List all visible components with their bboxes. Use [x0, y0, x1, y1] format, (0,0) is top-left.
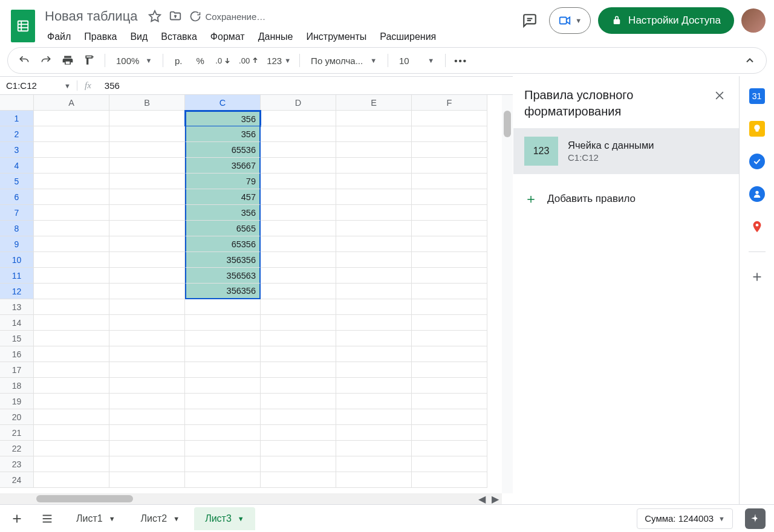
- sheet-tab[interactable]: Лист3▼: [194, 507, 255, 530]
- cell[interactable]: [412, 284, 487, 299]
- cell[interactable]: [336, 441, 412, 456]
- row-header[interactable]: 18: [0, 378, 34, 394]
- cell[interactable]: [109, 299, 185, 315]
- cell[interactable]: [412, 472, 487, 488]
- row-header[interactable]: 24: [0, 472, 34, 488]
- collapse-toolbar-icon[interactable]: [741, 51, 759, 70]
- cell[interactable]: [34, 205, 109, 221]
- format-currency[interactable]: р.: [169, 51, 187, 70]
- cell[interactable]: 35667: [185, 158, 261, 174]
- cell[interactable]: [34, 346, 109, 362]
- cell[interactable]: [336, 472, 412, 488]
- font-size-selector[interactable]: 10▼: [394, 56, 439, 66]
- cell[interactable]: [34, 252, 109, 268]
- cell[interactable]: [261, 331, 336, 346]
- hide-side-panel-icon[interactable]: [751, 513, 763, 525]
- add-sheet-icon[interactable]: [5, 507, 29, 531]
- cell[interactable]: [34, 378, 109, 394]
- comments-icon[interactable]: [518, 8, 542, 33]
- row-header[interactable]: 10: [0, 252, 34, 268]
- cell[interactable]: [336, 378, 412, 394]
- horizontal-scrollbar[interactable]: ◀▶: [0, 493, 502, 504]
- column-header[interactable]: F: [412, 95, 487, 111]
- row-header[interactable]: 21: [0, 425, 34, 441]
- cell[interactable]: [261, 284, 336, 299]
- cell[interactable]: [185, 425, 261, 441]
- cell[interactable]: [261, 252, 336, 268]
- cell[interactable]: [261, 221, 336, 236]
- cell[interactable]: 457: [185, 189, 261, 205]
- sheet-tab[interactable]: Лист2▼: [130, 507, 191, 530]
- cell[interactable]: [185, 456, 261, 472]
- cell[interactable]: [109, 441, 185, 456]
- cell[interactable]: [261, 441, 336, 456]
- cell[interactable]: [336, 142, 412, 158]
- cell[interactable]: [34, 189, 109, 205]
- cell[interactable]: 79: [185, 174, 261, 189]
- cell[interactable]: [412, 409, 487, 425]
- cell[interactable]: [336, 394, 412, 409]
- name-box[interactable]: C1:C12▼: [0, 80, 77, 91]
- menu-insert[interactable]: Вставка: [155, 29, 203, 45]
- cell[interactable]: [185, 409, 261, 425]
- cell[interactable]: [412, 315, 487, 331]
- cell[interactable]: [109, 189, 185, 205]
- cell[interactable]: [336, 331, 412, 346]
- cell[interactable]: [336, 315, 412, 331]
- cell[interactable]: [261, 142, 336, 158]
- cell[interactable]: [412, 299, 487, 315]
- row-header[interactable]: 4: [0, 158, 34, 174]
- row-header[interactable]: 20: [0, 409, 34, 425]
- cell[interactable]: [261, 189, 336, 205]
- cell[interactable]: [336, 299, 412, 315]
- row-header[interactable]: 1: [0, 111, 34, 126]
- row-header[interactable]: 11: [0, 268, 34, 284]
- cell[interactable]: [34, 142, 109, 158]
- cell[interactable]: [261, 394, 336, 409]
- cell[interactable]: [261, 205, 336, 221]
- cell[interactable]: [261, 425, 336, 441]
- row-header[interactable]: 6: [0, 189, 34, 205]
- row-header[interactable]: 7: [0, 205, 34, 221]
- cell[interactable]: [412, 142, 487, 158]
- cell[interactable]: [261, 299, 336, 315]
- format-rule-item[interactable]: 123 Ячейка с данными C1:C12: [513, 128, 739, 174]
- row-header[interactable]: 12: [0, 284, 34, 299]
- row-header[interactable]: 19: [0, 394, 34, 409]
- row-header[interactable]: 16: [0, 346, 34, 362]
- increase-decimal[interactable]: .00: [236, 51, 261, 70]
- cell[interactable]: [34, 425, 109, 441]
- cell[interactable]: [185, 331, 261, 346]
- cell[interactable]: [412, 425, 487, 441]
- cell[interactable]: [261, 362, 336, 378]
- cell[interactable]: [336, 205, 412, 221]
- cell[interactable]: [109, 126, 185, 142]
- menu-view[interactable]: Вид: [124, 29, 154, 45]
- row-header[interactable]: 3: [0, 142, 34, 158]
- cell[interactable]: [412, 189, 487, 205]
- cell[interactable]: [336, 268, 412, 284]
- column-header[interactable]: B: [109, 95, 185, 111]
- cell[interactable]: 356356: [185, 252, 261, 268]
- keep-icon[interactable]: [749, 121, 765, 137]
- cell[interactable]: [109, 268, 185, 284]
- cell[interactable]: [34, 409, 109, 425]
- cell[interactable]: [34, 174, 109, 189]
- cell[interactable]: 356: [185, 205, 261, 221]
- cell[interactable]: [336, 346, 412, 362]
- cell[interactable]: [336, 221, 412, 236]
- cell[interactable]: [412, 346, 487, 362]
- cell[interactable]: [336, 284, 412, 299]
- cell[interactable]: [109, 252, 185, 268]
- row-header[interactable]: 22: [0, 441, 34, 456]
- meet-button[interactable]: ▼: [549, 7, 591, 34]
- column-header[interactable]: D: [261, 95, 336, 111]
- cell[interactable]: [336, 456, 412, 472]
- cell[interactable]: 356563: [185, 268, 261, 284]
- cell[interactable]: [34, 394, 109, 409]
- cell[interactable]: [261, 315, 336, 331]
- cell[interactable]: [34, 331, 109, 346]
- cell[interactable]: [34, 362, 109, 378]
- cell[interactable]: [109, 331, 185, 346]
- print-icon[interactable]: [59, 51, 77, 70]
